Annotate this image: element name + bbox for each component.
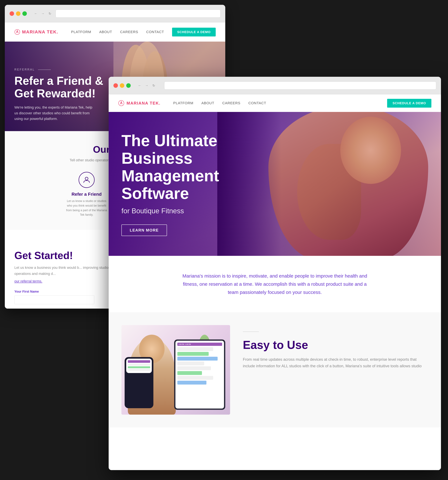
back-nav-front[interactable]: ← — [137, 83, 142, 88]
device-screen: 4:00 PM - 4:45 PM — [175, 341, 224, 409]
svg-point-1 — [17, 31, 18, 33]
device-row-3 — [177, 357, 218, 360]
device-row-7 — [177, 376, 213, 380]
feature-heading-front: Easy to Use — [243, 338, 428, 352]
first-name-input-back[interactable] — [14, 295, 94, 304]
referral-terms-link-back[interactable]: our referral terms. — [14, 279, 42, 283]
nav-platform-front[interactable]: PLATFORM — [173, 101, 193, 105]
hero-heading-front: The Ultimate Business Management Softwar… — [121, 132, 265, 202]
feature-phone — [125, 357, 153, 408]
maximize-button-back[interactable] — [22, 11, 27, 16]
browser-chrome-back: ← → ↻ — [5, 5, 225, 22]
traffic-lights-front — [113, 83, 131, 88]
close-button-back[interactable] — [10, 11, 14, 16]
forward-nav-back[interactable]: → — [40, 11, 45, 16]
mission-text-front: Mariana's mission is to inspire, motivat… — [179, 272, 371, 296]
device-row-4 — [177, 361, 204, 365]
device-row-5 — [177, 366, 211, 370]
browser-chrome-front: ← → ↻ — [109, 77, 441, 94]
hero-subtitle-front: for Boutique Fitness — [121, 207, 265, 215]
feature-image-front: 4:00 PM - 4:45 PM — [121, 325, 230, 415]
feature-divider-front — [243, 332, 259, 332]
device-row-1 — [177, 347, 213, 351]
nav-careers-front[interactable]: CAREERS — [222, 101, 240, 105]
nav-contact-back[interactable]: CONTACT — [146, 30, 164, 34]
refresh-nav-back[interactable]: ↻ — [47, 11, 52, 16]
refresh-nav-front[interactable]: ↻ — [151, 83, 156, 88]
nav-platform-back[interactable]: PLATFORM — [71, 30, 91, 34]
hero-description-back: We're letting you, the experts of Marian… — [14, 105, 94, 121]
logo-text-front: MARIANA TEK. — [127, 101, 160, 106]
browser-nav-back: ← → ↻ — [33, 11, 52, 16]
front-browser-window: ← → ↻ MARIANA TEK. PLATFORM ABOUT CAREER… — [109, 77, 441, 470]
feature-phone-screen — [126, 359, 152, 373]
hero-h1-line2-back: Get Rewarded! — [14, 87, 96, 100]
svg-point-2 — [85, 177, 88, 180]
device-row-2 — [177, 352, 209, 356]
feature-section-front: 4:00 PM - 4:45 PM — [109, 312, 441, 427]
hero-tag-back: REFERRAL — [14, 68, 103, 71]
svg-point-5 — [121, 102, 122, 104]
hero-front: The Ultimate Business Management Softwar… — [109, 112, 441, 256]
navbar-front: MARIANA TEK. PLATFORM ABOUT CAREERS CONT… — [109, 94, 441, 112]
nav-contact-front[interactable]: CONTACT — [248, 101, 266, 105]
logo-back[interactable]: MARIANA TEK. — [14, 29, 58, 35]
feature-device: 4:00 PM - 4:45 PM — [174, 339, 225, 410]
get-started-desc-back: Let us know a business you think would b… — [14, 265, 110, 277]
cta-button-front[interactable]: SCHEDULE A DEMO — [387, 99, 431, 108]
browser-nav-front: ← → ↻ — [137, 83, 156, 88]
feature-desc-front: From real time updates across multiple d… — [243, 356, 428, 369]
hero-content-front: The Ultimate Business Management Softwar… — [121, 132, 265, 236]
device-row-6 — [177, 371, 202, 375]
phone-row-4 — [128, 369, 150, 371]
traffic-lights-back — [10, 11, 27, 16]
website-front: MARIANA TEK. PLATFORM ABOUT CAREERS CONT… — [109, 94, 441, 470]
close-button-front[interactable] — [113, 83, 118, 88]
address-bar-back[interactable] — [55, 10, 221, 18]
cta-button-back[interactable]: SCHEDULE A DEMO — [172, 28, 216, 36]
phone-row-1 — [128, 360, 150, 363]
phone-row-3 — [128, 366, 150, 368]
nav-careers-back[interactable]: CAREERS — [120, 30, 138, 34]
hero-heading-back: Refer a Friend & Get Rewarded! — [14, 75, 103, 100]
step1-desc-back: Let us know a studio or studios who you … — [66, 199, 107, 217]
nav-about-back[interactable]: ABOUT — [99, 30, 112, 34]
phone-row-2 — [128, 364, 150, 366]
logo-front[interactable]: MARIANA TEK. — [118, 100, 160, 106]
address-bar-front[interactable] — [164, 82, 436, 90]
logo-text-back: MARIANA TEK. — [22, 29, 58, 35]
logo-icon-front — [118, 100, 124, 106]
navbar-back: MARIANA TEK. PLATFORM ABOUT CAREERS CONT… — [5, 22, 225, 42]
forward-nav-front[interactable]: → — [144, 83, 149, 88]
step1-title-back: Refer a Friend — [66, 192, 107, 197]
person-icon-back — [83, 176, 90, 184]
device-row-8 — [177, 381, 207, 385]
device-header: 4:00 PM - 4:45 PM — [177, 343, 222, 346]
minimize-button-back[interactable] — [16, 11, 21, 16]
step1-icon-back — [79, 172, 95, 188]
logo-icon-back — [14, 29, 20, 35]
hero-cta-front[interactable]: LEARN MORE — [121, 225, 167, 236]
mission-section-front: Mariana's mission is to inspire, motivat… — [109, 256, 441, 312]
feature-content-front: Easy to Use From real time updates acros… — [243, 325, 428, 369]
maximize-button-front[interactable] — [126, 83, 131, 88]
nav-about-front[interactable]: ABOUT — [201, 101, 214, 105]
device-time: 4:00 PM - 4:45 PM — [179, 343, 191, 345]
hero-h1-line1-front: The Ultimate Business — [121, 132, 217, 167]
minimize-button-front[interactable] — [120, 83, 124, 88]
hero-face-shape — [340, 117, 401, 184]
hero-h1-line1-back: Refer a Friend & — [14, 74, 103, 87]
hero-content-back: REFERRAL Refer a Friend & Get Rewarded! … — [14, 68, 103, 121]
step1-back: Refer a Friend Let us know a studio or s… — [66, 172, 107, 217]
hero-h1-line2-front: Management Software — [121, 167, 219, 202]
back-nav-back[interactable]: ← — [33, 11, 38, 16]
